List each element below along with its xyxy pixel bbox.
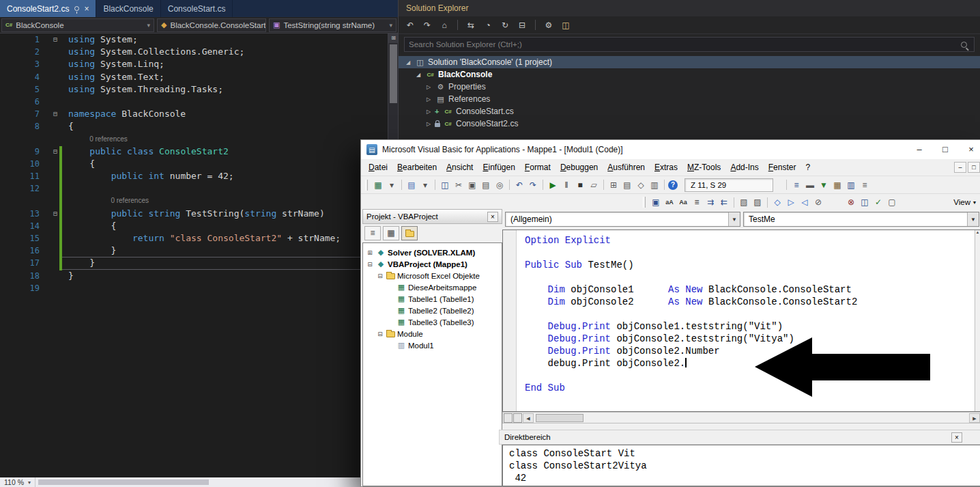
navbar-combo[interactable]: ◆BlackConsole.ConsoleStart2▾	[157, 18, 266, 32]
menu-einf-gen[interactable]: Einfügen	[478, 163, 519, 172]
design-mode-icon[interactable]: ▱	[588, 179, 600, 191]
tree-item-properties[interactable]: ▷⚙Properties	[399, 81, 980, 93]
project-item-tabelle2-tabelle2[interactable]: ▦Tabelle2 (Tabelle2)	[363, 305, 502, 316]
line-number[interactable]: 5	[0, 83, 40, 96]
line-number[interactable]: 14	[0, 220, 40, 232]
pin-icon[interactable]	[74, 6, 79, 11]
line-number[interactable]: 7	[0, 108, 40, 120]
scrollbar-thumb[interactable]	[536, 414, 583, 422]
statistics-icon[interactable]: ▥	[845, 179, 857, 191]
line-number[interactable]: 10	[0, 158, 40, 170]
line-number[interactable]: 9	[0, 145, 40, 158]
menu-datei[interactable]: Datei	[364, 163, 392, 172]
project-item-modul1[interactable]: ▥Modul1	[363, 339, 502, 351]
horizontal-scrollbar-thumb[interactable]	[38, 479, 209, 485]
expanded-icon[interactable]: ◢	[404, 59, 412, 66]
line-number[interactable]: 13	[0, 208, 40, 220]
find-icon[interactable]: ◎	[493, 179, 506, 191]
search-input[interactable]: Search Solution Explorer (Ctrl+;)	[404, 37, 975, 52]
collapsed-icon[interactable]: ▷	[424, 96, 433, 102]
tree-item-consolestart2-cs[interactable]: ▷C#ConsoleStart2.cs	[399, 117, 980, 130]
close-icon[interactable]: ×	[487, 212, 498, 222]
vba-title-bar[interactable]: ▤ Microsoft Visual Basic for Application…	[361, 140, 980, 159]
help-icon[interactable]: ?	[668, 180, 678, 190]
break-icon[interactable]: ‖	[560, 179, 573, 191]
view-dropdown-icon[interactable]: ▾	[386, 179, 398, 191]
complete-word-icon[interactable]: aA	[663, 196, 676, 208]
window-list-icon[interactable]: ▢	[886, 196, 898, 208]
collapsed-icon[interactable]: ▷	[424, 109, 433, 115]
collapsed-icon[interactable]: ▷	[424, 84, 433, 90]
collapse-all-icon[interactable]: ⊟	[516, 19, 528, 31]
expander-icon[interactable]: ⊟	[376, 331, 384, 337]
menu-extras[interactable]: Extras	[650, 163, 682, 172]
clear-bookmarks-icon[interactable]: ⊘	[812, 196, 824, 208]
split-box[interactable]	[513, 413, 522, 423]
check-icon[interactable]: ✓	[872, 196, 884, 208]
tree-item-blackconsole[interactable]: ◢C#BlackConsole	[399, 68, 980, 81]
close-icon[interactable]: ×	[951, 432, 962, 443]
save-icon[interactable]: ◫	[439, 179, 451, 191]
line-number[interactable]: 8	[0, 120, 40, 133]
comment-block-icon[interactable]: ▧	[738, 196, 750, 208]
menu-help[interactable]: ?	[801, 163, 815, 172]
line-number[interactable]: 4	[0, 71, 40, 83]
project-item-microsoft-excel-objekte[interactable]: ⊟Microsoft Excel Objekte	[363, 270, 502, 281]
cut-icon[interactable]: ✂	[452, 179, 465, 191]
preview-selected-icon[interactable]: ◫	[560, 19, 572, 31]
codelens-references[interactable]: 0 references	[61, 133, 128, 145]
assistant-icon[interactable]: ≡	[859, 179, 871, 191]
line-number[interactable]: 6	[0, 96, 40, 108]
line-number[interactable]: 12	[0, 182, 40, 195]
list-constants-icon[interactable]: ≡	[691, 196, 703, 208]
expander-icon[interactable]: ⊟	[366, 261, 374, 268]
parameter-info-icon[interactable]: Aa	[677, 196, 689, 208]
editor-tab-consolestart-cs[interactable]: ConsoleStart.cs	[161, 0, 233, 17]
view-excel-icon[interactable]: ▦	[372, 179, 384, 191]
scroll-left-icon[interactable]: ◀	[523, 413, 534, 423]
insert-dropdown-icon[interactable]: ▾	[419, 179, 431, 191]
menu-mz-tools[interactable]: MZ-Tools	[682, 163, 725, 172]
collapse-region-icon[interactable]: ⊟	[40, 145, 61, 158]
project-item-tabelle3-tabelle3[interactable]: ▦Tabelle3 (Tabelle3)	[363, 316, 502, 328]
line-number[interactable]: 18	[0, 270, 40, 282]
paste-icon[interactable]: ▤	[480, 179, 492, 191]
bookmark-menu-icon[interactable]: ▼	[818, 179, 830, 191]
project-item-tabelle1-tabelle1[interactable]: ▦Tabelle1 (Tabelle1)	[363, 293, 502, 305]
codelens-references[interactable]: 0 references	[61, 195, 149, 207]
previous-bookmark-icon[interactable]: ◁	[798, 196, 811, 208]
close-icon[interactable]: ×	[84, 4, 89, 14]
next-bookmark-icon[interactable]: ▷	[785, 196, 797, 208]
copy-icon[interactable]: ▣	[466, 179, 478, 191]
expander-icon[interactable]: ⊞	[366, 249, 374, 256]
menu-debuggen[interactable]: Debuggen	[556, 163, 603, 172]
switch-views-icon[interactable]: ⇆	[465, 19, 477, 31]
minimize-button[interactable]: –	[906, 140, 932, 159]
vba-horizontal-scrollbar[interactable]: ◀ ▶	[502, 412, 980, 423]
error-list-icon[interactable]: ⊗	[845, 196, 857, 208]
menu-ansicht[interactable]: Ansicht	[442, 163, 478, 172]
toolbox-icon[interactable]: ▥	[648, 179, 661, 191]
zoom-control[interactable]: 110 % ▾	[0, 477, 35, 487]
scroll-right-icon[interactable]: ▶	[969, 413, 980, 423]
menu-bearbeiten[interactable]: Bearbeiten	[392, 163, 442, 172]
view-button[interactable]: View ▾	[949, 198, 980, 206]
scrollbar-thumb[interactable]	[390, 44, 397, 103]
scrollbar-options-icon[interactable]: ⊞	[388, 33, 399, 43]
editor-tab-consolestart2-cs[interactable]: ConsoleStart2.cs×	[0, 0, 96, 17]
uncomment-block-icon[interactable]: ▨	[751, 196, 764, 208]
editor-tab-blackconsole[interactable]: BlackConsole	[96, 0, 160, 17]
properties-icon[interactable]: ⚙	[543, 19, 555, 31]
menu-format[interactable]: Format	[520, 163, 556, 172]
tree-item-solution-blackconsole-1-project[interactable]: ◢◫Solution 'BlackConsole' (1 project)	[399, 56, 980, 68]
vba-vertical-scrollbar[interactable]: ▲	[975, 230, 980, 411]
undo-icon[interactable]: ↶	[513, 179, 525, 191]
indent-icon[interactable]: ⇉	[704, 196, 717, 208]
mdi-restore-button[interactable]: □	[968, 162, 980, 173]
find-results-icon[interactable]: ◫	[859, 196, 871, 208]
tree-item-consolestart-cs[interactable]: ▷+C#ConsoleStart.cs	[399, 105, 980, 117]
expander-icon[interactable]: ⊟	[376, 273, 384, 279]
close-button[interactable]: ×	[958, 140, 980, 159]
refresh-icon[interactable]: ↻	[499, 19, 511, 31]
line-numbers-icon[interactable]: ≡	[790, 179, 803, 191]
